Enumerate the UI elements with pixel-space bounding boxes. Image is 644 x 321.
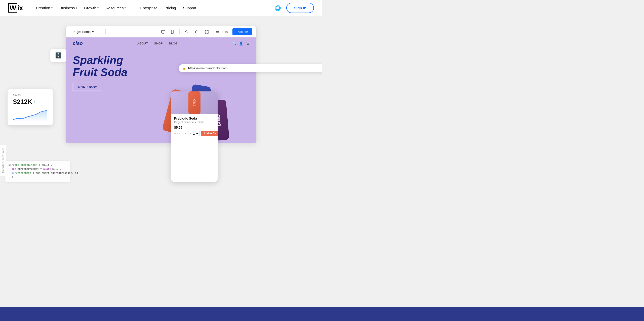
nav-item-creation[interactable]: Creation ▾ — [33, 4, 56, 12]
site-nav-shop: SHOP — [154, 42, 163, 45]
main-nav: Wix Creation ▾ Business ▾ Growth ▾ Resou… — [0, 0, 322, 16]
chevron-icon: ▾ — [76, 7, 77, 9]
chevron-icon: ▾ — [97, 7, 99, 9]
svg-point-3 — [172, 33, 173, 33]
sales-chart — [13, 108, 47, 121]
product-name: Prebiotic Soda — [174, 117, 215, 120]
site-nav-about: ABOUT — [137, 42, 148, 45]
code-snippet: $('#addToCartButton').onCli... let curre… — [5, 161, 70, 182]
language-button[interactable]: 🌐 — [273, 4, 282, 13]
editor-toolbar: Page: Home ▾ — [66, 26, 256, 37]
nav-right: 🌐 Sign In — [273, 3, 314, 13]
redo-button[interactable] — [193, 28, 201, 36]
database-icon: 🗄️ — [55, 52, 62, 59]
code-line-1: $('#addToCartButton').onCli... — [9, 163, 67, 167]
desktop-view-button[interactable] — [159, 28, 167, 36]
sales-widget: Sales $212K ↑ — [8, 89, 53, 125]
nav-item-resources[interactable]: Resources ▾ — [103, 4, 129, 12]
trend-icon: ↑ — [33, 100, 35, 104]
undo-button[interactable] — [183, 28, 191, 36]
add-to-cart-button[interactable]: Add to Cart — [201, 131, 218, 136]
fullscreen-button[interactable] — [203, 28, 211, 36]
plus-icon[interactable]: + — [196, 132, 198, 135]
sales-label: Sales — [13, 93, 47, 97]
tools-button[interactable]: Tools — [213, 29, 230, 35]
dropdown-icon: ▾ — [92, 30, 94, 34]
svg-rect-4 — [216, 31, 219, 32]
lock-icon: 🔒 — [183, 67, 186, 70]
quantity-label: QUANTITY — [174, 132, 187, 135]
database-card: 🗄️ — [50, 49, 66, 62]
minus-icon[interactable]: − — [190, 132, 192, 135]
svg-rect-0 — [162, 30, 165, 33]
nav-item-pricing[interactable]: Pricing — [162, 4, 179, 12]
toolbar-separator-2 — [179, 29, 180, 34]
sales-value: $212K ↑ — [13, 98, 47, 106]
sign-in-button[interactable]: Sign In — [286, 3, 314, 13]
chevron-icon: ▾ — [51, 7, 53, 9]
quantity-controls[interactable]: − 1 + — [188, 131, 200, 136]
nav-item-business[interactable]: Business ▾ — [57, 4, 80, 12]
nav-item-growth[interactable]: Growth ▾ — [81, 4, 101, 12]
site-logo: ciao — [73, 40, 83, 46]
product-card-body: Prebiotic Soda Ginger Lemon Fresh Drink … — [171, 114, 218, 139]
mobile-view-button[interactable] — [168, 28, 176, 36]
side-label: Created with Wix — [0, 145, 6, 176]
site-hero-title: Sparkling Fruit Soda — [73, 54, 143, 79]
product-card-image: ciao — [171, 91, 218, 114]
nav-item-enterprise[interactable]: Enterprise — [137, 4, 160, 12]
nav-divider — [133, 5, 133, 12]
toolbar-separator — [105, 29, 106, 34]
code-line-3: $('#storeCart').addToCart(currentProduct… — [9, 171, 67, 175]
editor-frame: Page: Home ▾ — [65, 26, 257, 143]
page-selector[interactable]: Page: Home ▾ — [70, 29, 102, 35]
toolbar-icons — [159, 28, 176, 36]
product-quantity-row: QUANTITY − 1 + Add to Cart — [174, 131, 215, 136]
site-preview: ciao ABOUT SHOP BLOG 🔍 👤 🛍 Sparkling Fru… — [66, 37, 256, 143]
chevron-icon: ▾ — [125, 7, 126, 9]
shop-now-button[interactable]: SHOP NOW — [73, 83, 102, 91]
product-price: $5.99 — [174, 126, 215, 129]
product-card: ciao Prebiotic Soda Ginger Lemon Fresh D… — [171, 91, 218, 182]
main-content: 🗄️ Page: Home ▾ — [0, 16, 322, 192]
code-line-4: ()} — [9, 175, 67, 179]
product-can-image: ciao — [188, 91, 200, 114]
url-bar: 🔒 https://www.ciaodrinks.com — [179, 64, 322, 72]
quantity-value: 1 — [193, 132, 195, 135]
svg-rect-5 — [216, 32, 219, 33]
code-line-2: let currentProduct = await $wi... — [9, 167, 67, 171]
nav-item-support[interactable]: Support — [180, 4, 199, 12]
wix-logo[interactable]: Wix — [8, 4, 23, 12]
product-subtitle: Ginger Lemon Fresh Drink — [174, 121, 215, 124]
svg-rect-6 — [216, 31, 219, 31]
publish-button[interactable]: Publish — [232, 28, 252, 35]
url-text: https://www.ciaodrinks.com — [188, 66, 228, 70]
nav-links: Creation ▾ Business ▾ Growth ▾ Resources… — [33, 4, 273, 12]
